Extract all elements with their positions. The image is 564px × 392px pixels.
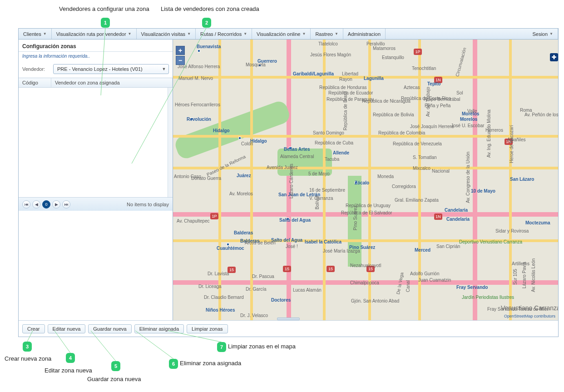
map-label-tenochtitlan: Tenochtitlan	[412, 66, 436, 71]
vendedor-select-value: PRE - Venancio Lopez - Hoteles (V01)	[53, 64, 169, 74]
zoom-out-button[interactable]: −	[176, 56, 185, 65]
pager-first-button[interactable]: ⏮	[22, 200, 30, 208]
map-label-eduardo_molina: Av. Ing. Eduardo Molina	[486, 109, 491, 158]
map-label-tlatelolco: Tlatelolco	[318, 41, 338, 46]
menu-admin[interactable]: Administracion	[343, 29, 386, 39]
map-label-frayservando: Fray Servando	[456, 285, 488, 290]
guardar-nueva-button[interactable]: Guardar nueva	[88, 324, 131, 333]
map-label-isabel: Isabel la Católica	[305, 239, 341, 244]
map-label-arcos: Arcos de Belen	[245, 240, 276, 245]
map-label-drliceaga: Dr. Liceaga	[198, 284, 222, 289]
chevron-down-icon: ▼	[243, 32, 247, 36]
menu-admin-label: Administracion	[348, 31, 381, 37]
route-shield: 15	[327, 266, 335, 272]
menu-visitas[interactable]: Visualización visitas▼	[137, 29, 196, 39]
map-label-drgv: Dr. J. Velasco	[240, 313, 268, 318]
map-label-artilleros: Artilleros	[512, 261, 529, 266]
menu-rutas-label: Rutas / Recorridos	[200, 31, 242, 37]
callout-5: 5	[111, 361, 120, 371]
route-shield: 15	[283, 266, 291, 272]
annotation-crear: Crear nueva zona	[5, 355, 51, 362]
map-expand-button[interactable]: ✚	[550, 53, 558, 61]
annotation-guardar: Guardar zona nueva	[87, 376, 141, 382]
chevron-down-icon: ▼	[161, 66, 167, 72]
panel-hint: Ingresa la información requerida..	[19, 52, 173, 62]
map-label-fst: Fray Servando Teresa de Mier	[487, 307, 548, 312]
limpiar-zonas-button[interactable]: Limpiar zonas	[187, 324, 228, 333]
map-label-canal: Canal	[406, 280, 411, 292]
map-label-repbrasil: República de Brasil	[343, 91, 348, 130]
park-paseo	[173, 99, 292, 161]
map-label-drlavista: Dr. Lavista	[208, 271, 229, 276]
map-label-avchap: Av. Chapultepec	[177, 218, 209, 223]
map-label-avnicleon: Av. Nicolás León	[531, 258, 536, 292]
map-label-repcuba: República de Cuba	[315, 140, 353, 145]
map-label-doctores: Doctores	[271, 298, 291, 303]
road-yv4	[368, 40, 371, 320]
menu-ruta-vendedor[interactable]: Visualización ruta por vendedor▼	[52, 29, 137, 39]
map-label-vcarranza2: V. Carranza	[309, 196, 333, 201]
route-shield: 1P	[210, 213, 218, 219]
vendedor-select[interactable]: PRE - Venancio Lopez - Hoteles (V01) ▼	[53, 64, 169, 74]
map-label-saltoagua: Salto del Agua	[279, 218, 311, 223]
map-label-floresmag: Jesús Flores Magón	[310, 52, 351, 57]
chevron-down-icon: ▼	[128, 32, 132, 36]
map-label-mosqueta: Mosqueta	[246, 62, 266, 67]
menu-sesion[interactable]: Sesion▼	[528, 29, 558, 39]
map-label-rephond: República de Honduras	[319, 85, 367, 90]
menu-clientes[interactable]: Clientes▼	[19, 29, 52, 39]
crear-button[interactable]: Crear	[22, 324, 45, 333]
grid-body	[19, 88, 173, 197]
map-label-drpascua: Dr. Pascua	[252, 274, 274, 279]
app-frame: Clientes▼ Visualización ruta por vendedo…	[18, 28, 559, 337]
annotation-lista-vendedores: Lista de vendedores con zona creada	[161, 5, 259, 12]
annotation-limpiar: Limpiar zonas en el mapa	[228, 343, 296, 350]
map-label-chimal: Chimalpopoca	[350, 280, 379, 285]
map-label-sancipran: San Ciprián	[436, 244, 460, 249]
pager-next-button[interactable]: ▶	[52, 200, 60, 208]
map-label-lagunilla: Lagunilla	[364, 76, 384, 81]
map-label-jardinper: Jardín Periodistas Ilustres	[462, 295, 514, 300]
menu-online-label: Visualización online	[257, 31, 300, 37]
col-vendedor-zona[interactable]: Vendedor con zona asignada	[51, 78, 173, 87]
metro-marker	[198, 50, 200, 52]
menubar: Clientes▼ Visualización ruta por vendedo…	[19, 29, 558, 40]
eliminar-asignada-button[interactable]: Eliminar asignada	[134, 324, 184, 333]
map-label-10mayo: 10 de Mayo	[471, 189, 495, 194]
menu-spacer	[386, 29, 528, 39]
map-label-belisario: Santo Domingo	[313, 130, 344, 135]
map-label-drgarcia: Dr. García	[246, 287, 267, 292]
map-label-valle: Valle	[467, 109, 477, 114]
chevron-down-icon: ▼	[187, 32, 191, 36]
zoom-in-button[interactable]: +	[176, 46, 185, 55]
map-label-congreso: Av. Congreso de la Unión	[465, 152, 470, 203]
map-label-buenavista: Buenavista	[197, 44, 221, 49]
menu-online[interactable]: Visualización online▼	[252, 29, 311, 39]
map-label-nezahualcoyotl: Nezahualcoyotl	[350, 263, 381, 268]
map-label-heroesferro: Héroes Ferrocarrileros	[175, 102, 220, 107]
callout-7: 7	[217, 342, 226, 352]
col-codigo[interactable]: Código	[19, 78, 51, 87]
map-label-rayon: Rayon	[339, 77, 352, 82]
map-label-balderas: Balderas	[234, 230, 253, 235]
callout-6: 6	[169, 359, 178, 369]
map-label-jjherrera: José Joaquín Herrera	[410, 124, 454, 129]
road-yv3	[323, 40, 326, 320]
map-label-jose_l: José !	[286, 244, 298, 249]
map-label-mixcalco: Mixcalco	[413, 166, 430, 171]
menu-ruta-label: Visualización ruta por vendedor	[56, 31, 126, 37]
pager-page-0[interactable]: 0	[42, 200, 50, 208]
pager-last-button[interactable]: ⏭	[62, 200, 70, 208]
menu-rastreo-label: Rastreo	[315, 31, 333, 37]
map-panel[interactable]: 1P 15 15 15 15 1N 1P 1N 1N Buenavista Gu…	[173, 40, 558, 320]
map-label-alameda: Alameda Central	[280, 154, 314, 159]
map-label-heroe_nacozari: Heroe de Nacozari	[509, 125, 514, 163]
menu-rutas-recorridos[interactable]: Rutas / Recorridos▼	[196, 29, 252, 39]
map-label-5mayo: 5 de Mayo	[308, 171, 330, 176]
map-label-16sept: 16 de Septiembre	[309, 188, 345, 193]
splitter-handle[interactable]	[277, 318, 300, 320]
editar-nueva-button[interactable]: Editar nueva	[48, 324, 86, 333]
content-row: Configuración zonas Ingresa la informaci…	[19, 40, 558, 320]
pager-prev-button[interactable]: ◀	[32, 200, 40, 208]
menu-rastreo[interactable]: Rastreo▼	[311, 29, 343, 39]
